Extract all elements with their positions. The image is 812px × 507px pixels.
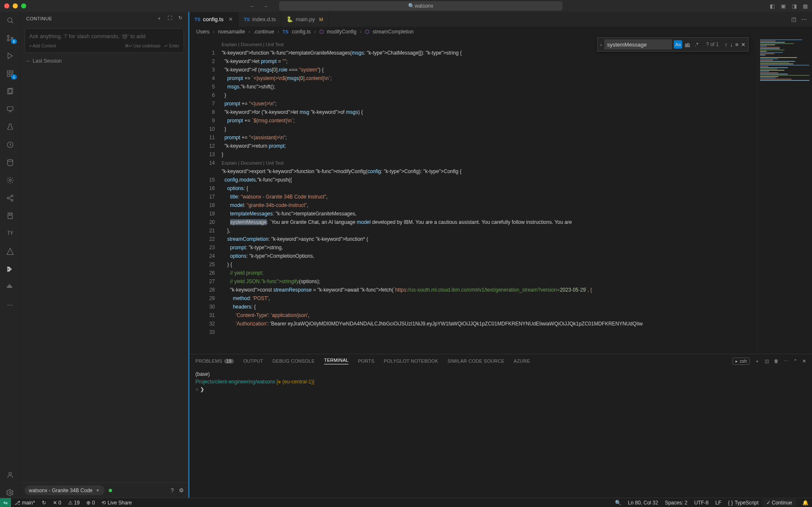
tab-config-ts[interactable]: TS config.ts ✕	[189, 12, 239, 27]
tab-index-dts[interactable]: TS index.d.ts	[239, 12, 281, 27]
settings-cog-icon[interactable]	[5, 175, 15, 185]
close-tab-icon[interactable]: ✕	[228, 16, 233, 22]
nav-back-icon[interactable]: ←	[250, 3, 255, 9]
docker-icon[interactable]	[5, 282, 15, 292]
azure-icon[interactable]	[5, 246, 15, 256]
crumb[interactable]: noesamaille	[218, 29, 245, 35]
command-center[interactable]: 🔍 watsonx	[279, 1, 562, 11]
crumb[interactable]: .continue	[253, 29, 274, 35]
manage-icon[interactable]	[5, 488, 15, 498]
git-sync[interactable]: ↻	[38, 500, 49, 506]
status-warnings[interactable]: ⚠ 19	[65, 500, 83, 506]
maximize-window[interactable]	[21, 3, 26, 8]
terminal-content[interactable]: (base) Projects/client-engineering/watso…	[189, 368, 812, 498]
eol[interactable]: LF	[712, 500, 725, 506]
gitlens-icon[interactable]	[5, 140, 15, 150]
breadcrumb[interactable]: Users› noesamaille› .continue› TS config…	[189, 27, 812, 37]
run-debug-icon[interactable]	[5, 51, 15, 61]
crumb[interactable]: modifyConfig	[327, 29, 357, 35]
split-terminal-icon[interactable]: ◫	[765, 358, 769, 364]
crumb[interactable]: Users	[196, 29, 209, 35]
svg-point-14	[11, 195, 13, 197]
help-icon[interactable]: ?	[171, 487, 174, 493]
yaml-icon[interactable]	[5, 229, 15, 239]
continue-icon[interactable]	[5, 264, 15, 274]
accounts-icon[interactable]	[5, 470, 15, 480]
more-icon[interactable]: ⋯	[5, 300, 15, 310]
add-model-icon[interactable]: ＋	[95, 487, 100, 494]
explorer-icon[interactable]	[5, 15, 15, 25]
minimap[interactable]	[757, 37, 812, 354]
maximize-panel-icon[interactable]: ⌃	[793, 358, 797, 364]
svg-rect-6	[7, 74, 9, 77]
notifications-icon[interactable]: 🔔	[799, 500, 812, 506]
window-controls	[4, 3, 26, 8]
status-errors[interactable]: ✕ 0	[49, 500, 65, 506]
panel-tab-terminal[interactable]: TERMINAL	[324, 358, 348, 364]
files-icon[interactable]	[5, 86, 15, 96]
match-word-icon[interactable]: ab	[683, 40, 691, 49]
regex-icon[interactable]: .*	[692, 40, 701, 49]
close-panel-icon[interactable]: ✕	[802, 358, 806, 364]
customize-layout-icon[interactable]: ▦	[803, 3, 808, 9]
more-actions-icon[interactable]: ⋯	[801, 16, 807, 22]
bookmark-icon[interactable]	[5, 211, 15, 221]
code-content[interactable]: Explain | Document | Unit Test"k-keyword…	[215, 37, 757, 354]
find-prev-icon[interactable]: ↑	[724, 41, 727, 48]
continue-status[interactable]: ✓ Continue	[762, 499, 796, 507]
search-icon: 🔍	[408, 3, 414, 9]
toggle-primary-sidebar-icon[interactable]: ◧	[770, 3, 775, 9]
database-icon[interactable]	[5, 157, 15, 168]
zoom-icon[interactable]: 🔍	[612, 500, 625, 506]
encoding[interactable]: UTF-8	[691, 500, 712, 506]
panel-tab-polyglot[interactable]: POLYGLOT NOTEBOOK	[384, 358, 438, 364]
find-input[interactable]	[604, 39, 672, 50]
panel-tab-azure[interactable]: AZURE	[514, 358, 530, 364]
language-mode[interactable]: { } TypeScript	[725, 500, 762, 506]
find-selection-icon[interactable]: ≡	[735, 41, 738, 48]
git-branch[interactable]: ⎇ main*	[11, 500, 38, 506]
source-control-icon[interactable]: 6	[5, 33, 15, 43]
minimize-window[interactable]	[13, 3, 18, 8]
live-share[interactable]: ⟲ Live Share	[98, 500, 135, 506]
panel-tab-similar[interactable]: SIMILAR CODE SOURCE	[447, 358, 505, 364]
cursor-position[interactable]: Ln 80, Col 32	[625, 500, 661, 506]
remote-explorer-icon[interactable]	[5, 104, 15, 114]
panel-tab-ports[interactable]: PORTS	[358, 358, 374, 364]
panel-tab-output[interactable]: OUTPUT	[243, 358, 263, 364]
kill-terminal-icon[interactable]: 🗑	[774, 358, 779, 364]
find-close-icon[interactable]: ✕	[741, 41, 746, 48]
terminal-more-icon[interactable]: ⋯	[784, 358, 788, 364]
chat-input[interactable]: Ask anything, '/' for slash commands, '@…	[25, 28, 184, 53]
share-icon[interactable]	[5, 193, 15, 203]
code-editor[interactable]: 1234567891011121314 15161718192021222324…	[189, 37, 812, 354]
panel-tab-problems[interactable]: PROBLEMS19	[195, 358, 234, 364]
add-context-button[interactable]: + Add Context	[29, 44, 56, 48]
toggle-replace-icon[interactable]: ›	[598, 41, 604, 48]
crumb[interactable]: config.ts	[292, 29, 311, 35]
find-next-icon[interactable]: ↓	[730, 41, 733, 48]
settings-icon[interactable]: ⚙	[179, 487, 184, 493]
remote-indicator[interactable]: ⇋	[0, 498, 11, 507]
testing-icon[interactable]	[5, 122, 15, 132]
svg-rect-4	[7, 71, 9, 73]
nav-forward-icon[interactable]: →	[263, 3, 268, 9]
close-window[interactable]	[4, 3, 9, 8]
status-ports[interactable]: ⊕ 0	[83, 500, 98, 506]
history-icon[interactable]: ↻	[178, 15, 183, 22]
toggle-secondary-sidebar-icon[interactable]: ◨	[792, 3, 797, 9]
tab-main-py[interactable]: 🐍 main.py M	[281, 12, 329, 27]
last-session-link[interactable]: ← Last Session	[20, 55, 188, 67]
indent[interactable]: Spaces: 2	[661, 500, 691, 506]
model-selector[interactable]: watsonx - Granite 34B Code ＋	[25, 485, 104, 495]
match-case-icon[interactable]: Aa	[674, 40, 682, 49]
panel-tab-debug[interactable]: DEBUG CONSOLE	[272, 358, 315, 364]
crumb[interactable]: streamCompletion	[373, 29, 414, 35]
split-editor-icon[interactable]: ◫	[791, 16, 796, 22]
new-session-icon[interactable]: ＋	[157, 15, 162, 22]
extensions-icon[interactable]: 1	[5, 69, 15, 79]
toggle-panel-icon[interactable]: ▣	[781, 3, 786, 9]
focus-icon[interactable]: ⛶	[167, 15, 173, 22]
terminal-selector[interactable]: ▸ zsh	[732, 358, 750, 365]
new-terminal-icon[interactable]: ＋	[755, 358, 760, 364]
